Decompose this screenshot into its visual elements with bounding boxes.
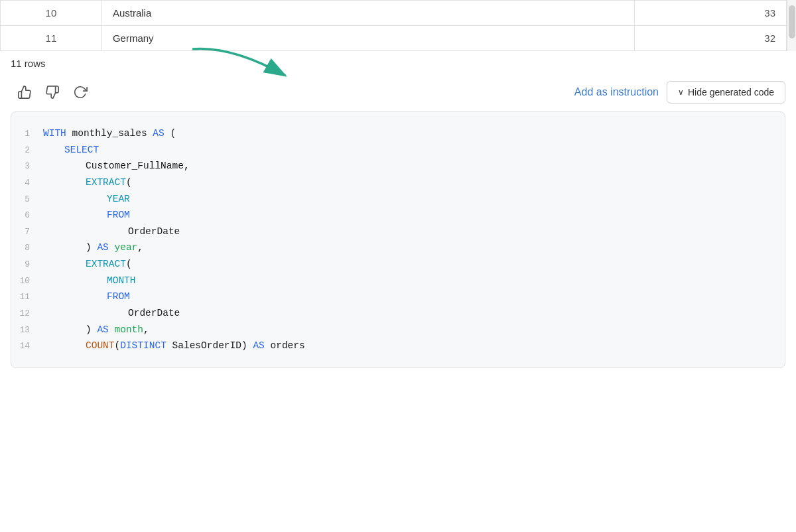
code-line: 6 FROM [11,207,771,224]
line-number: 7 [11,225,43,239]
chevron-down-icon: ∨ [678,88,684,97]
thumbs-up-button[interactable] [11,81,38,103]
table-cell-count: 32 [634,26,786,51]
line-number: 9 [11,257,43,272]
line-number: 5 [11,192,43,207]
code-line: 1 WITH monthly_sales AS ( [11,125,771,142]
code-line: 5 YEAR [11,191,771,208]
toolbar: Add as instruction ∨ Hide generated code [0,76,796,111]
table-cell-name: Australia [101,1,634,26]
table-wrapper: 10 Australia 33 11 Germany 32 [0,0,796,51]
regenerate-button[interactable] [66,81,94,103]
hide-code-button[interactable]: ∨ Hide generated code [667,81,785,103]
code-line: 2 SELECT [11,142,771,159]
table-cell-num: 11 [1,26,102,51]
code-line: 7 OrderDate [11,224,771,240]
scrollbar[interactable] [787,0,796,51]
code-line: 12 OrderDate [11,305,771,322]
line-number: 2 [11,143,43,158]
line-number: 10 [11,274,43,289]
line-number: 13 [11,323,43,338]
rows-count: 11 rows [0,51,796,76]
table-row: 11 Germany 32 [1,26,787,51]
thumbs-down-button[interactable] [38,81,66,103]
results-table: 10 Australia 33 11 Germany 32 [0,0,787,51]
table-cell-num: 10 [1,1,102,26]
line-number: 1 [11,127,43,141]
line-number: 11 [11,290,43,304]
line-number: 4 [11,176,43,190]
line-number: 14 [11,339,43,354]
add-instruction-link[interactable]: Add as instruction [574,86,659,98]
line-number: 12 [11,306,43,321]
scrollbar-thumb [789,5,795,38]
main-container: 10 Australia 33 11 Germany 32 11 rows [0,0,796,368]
code-line: 9 EXTRACT( [11,256,771,273]
code-line: 4 EXTRACT( [11,174,771,191]
code-line: 8 ) AS year, [11,239,771,256]
code-line: 3 Customer_FullName, [11,158,771,174]
line-number: 3 [11,159,43,174]
line-number: 6 [11,208,43,223]
line-number: 8 [11,241,43,255]
code-line: 13 ) AS month, [11,322,771,338]
code-line: 10 MONTH [11,273,771,289]
table-cell-count: 33 [634,1,786,26]
code-line: 14 COUNT(DISTINCT SalesOrderID) AS order… [11,338,771,354]
table-cell-name: Germany [101,26,634,51]
code-block: 1 WITH monthly_sales AS ( 2 SELECT 3 Cus… [11,111,785,368]
code-line: 11 FROM [11,289,771,305]
table-row: 10 Australia 33 [1,1,787,26]
hide-code-label: Hide generated code [688,87,774,98]
